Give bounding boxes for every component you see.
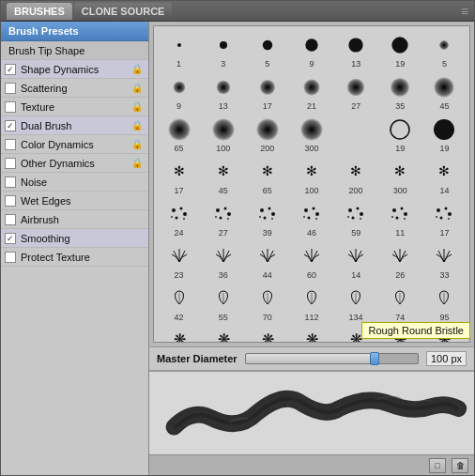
- sidebar-item-other-dynamics[interactable]: Other Dynamics 🔒: [1, 154, 148, 173]
- brush-cell[interactable]: [335, 115, 377, 155]
- brush-cell[interactable]: 112: [290, 284, 332, 324]
- brush-cell[interactable]: ✻100: [290, 157, 332, 197]
- brush-cell[interactable]: 74: [379, 284, 421, 324]
- brush-cell[interactable]: 13: [202, 72, 244, 113]
- brush-cell[interactable]: 26: [379, 241, 421, 282]
- brush-cell[interactable]: 3: [202, 30, 244, 70]
- brush-cell[interactable]: 46: [290, 199, 332, 239]
- brush-cell[interactable]: 134: [335, 284, 377, 324]
- delete-brush-button[interactable]: 🗑: [452, 458, 468, 473]
- brush-cell[interactable]: 23: [158, 241, 200, 282]
- sidebar-item-shape-dynamics[interactable]: ✓ Shape Dynamics 🔒: [1, 60, 148, 79]
- brush-cell[interactable]: 5: [423, 30, 466, 70]
- checkbox-wet-edges[interactable]: [5, 195, 16, 207]
- brush-cell[interactable]: 36: [202, 241, 244, 282]
- brush-cell[interactable]: 19: [423, 115, 466, 155]
- sidebar-item-texture[interactable]: Texture 🔒: [1, 98, 148, 116]
- checkbox-other-dynamics[interactable]: [5, 158, 16, 169]
- sidebar-item-scattering[interactable]: Scattering 🔒: [1, 79, 148, 98]
- brush-cell[interactable]: ❋36: [246, 326, 288, 343]
- brush-cell[interactable]: 33: [423, 241, 466, 282]
- brush-size-label: 5: [265, 59, 269, 69]
- checkbox-protect-texture[interactable]: [5, 252, 16, 263]
- svg-point-37: [215, 216, 217, 218]
- diameter-thumb[interactable]: [370, 352, 379, 365]
- brush-cell[interactable]: ❋33: [335, 326, 377, 343]
- brush-cell[interactable]: 60: [290, 241, 332, 282]
- brush-cell[interactable]: 13: [335, 30, 377, 70]
- brush-cell[interactable]: 59: [335, 199, 377, 239]
- brush-cell[interactable]: ✻200: [335, 157, 377, 197]
- checkbox-airbrush[interactable]: [5, 214, 16, 225]
- brush-preview-icon: [166, 243, 192, 269]
- brush-cell[interactable]: 19: [379, 30, 421, 70]
- sidebar-title[interactable]: Brush Presets: [1, 22, 148, 41]
- checkbox-color-dynamics[interactable]: [5, 139, 16, 150]
- brush-preview-icon: [431, 32, 457, 58]
- brush-cell[interactable]: 35: [379, 72, 421, 113]
- svg-point-6: [439, 40, 449, 50]
- checkbox-texture[interactable]: [5, 101, 16, 113]
- brush-cell[interactable]: 9: [158, 72, 200, 113]
- lock-icon-other-dynamics: 🔒: [131, 158, 143, 168]
- svg-point-30: [175, 217, 177, 220]
- sidebar-item-brush-tip-shape[interactable]: Brush Tip Shape: [1, 41, 148, 60]
- tab-brushes[interactable]: BRUSHES: [7, 3, 72, 20]
- brush-cell[interactable]: 5: [246, 30, 288, 70]
- brush-cell[interactable]: ✻14: [423, 157, 466, 197]
- checkbox-smoothing[interactable]: ✓: [5, 233, 16, 244]
- brush-cell[interactable]: 42: [158, 284, 200, 324]
- brush-cell[interactable]: ❋66: [423, 326, 466, 343]
- brush-cell[interactable]: ✻45: [202, 157, 244, 197]
- svg-text:✻: ✻: [306, 163, 317, 178]
- brush-cell[interactable]: 9: [290, 30, 332, 70]
- brush-cell[interactable]: 300: [290, 115, 332, 155]
- sidebar-item-wet-edges[interactable]: Wet Edges: [1, 192, 148, 210]
- sidebar-label-noise: Noise: [21, 177, 143, 188]
- sidebar-item-protect-texture[interactable]: Protect Texture: [1, 248, 148, 267]
- brush-cell[interactable]: 95: [423, 284, 466, 324]
- brush-cell[interactable]: ❋192: [202, 326, 244, 343]
- brush-cell[interactable]: 17: [246, 72, 288, 113]
- sidebar-item-color-dynamics[interactable]: Color Dynamics 🔒: [1, 135, 148, 154]
- brush-cell[interactable]: ❋63: [379, 326, 421, 343]
- sidebar-item-noise[interactable]: Noise: [1, 173, 148, 192]
- diameter-slider[interactable]: [245, 353, 419, 364]
- brush-cell[interactable]: 21: [290, 72, 332, 113]
- brush-cell[interactable]: ❋29: [158, 326, 200, 343]
- brush-cell[interactable]: 11: [379, 199, 421, 239]
- brush-cell[interactable]: 27: [202, 199, 244, 239]
- tab-clone-source[interactable]: CLONE SOURCE: [74, 3, 173, 20]
- svg-point-46: [312, 207, 314, 210]
- brush-cell[interactable]: ✻65: [246, 157, 288, 197]
- brush-cell[interactable]: 1: [158, 30, 200, 70]
- brush-cell[interactable]: ✻300: [379, 157, 421, 197]
- brush-cell[interactable]: 27: [335, 72, 377, 113]
- brush-cell[interactable]: 70: [246, 284, 288, 324]
- sidebar-item-dual-brush[interactable]: ✓ Dual Brush 🔒: [1, 116, 148, 135]
- sidebar-item-airbrush[interactable]: Airbrush: [1, 210, 148, 229]
- checkbox-shape-dynamics[interactable]: ✓: [5, 64, 16, 75]
- brush-cell[interactable]: 200: [246, 115, 288, 155]
- brush-cell[interactable]: 24: [158, 199, 200, 239]
- brush-cell[interactable]: 19: [379, 115, 421, 155]
- sidebar-item-smoothing[interactable]: ✓ Smoothing: [1, 229, 148, 248]
- brush-cell[interactable]: 14: [335, 241, 377, 282]
- brush-cell[interactable]: 44: [246, 241, 288, 282]
- brush-cell[interactable]: 100: [202, 115, 244, 155]
- brush-cell[interactable]: 45: [423, 72, 466, 113]
- checkbox-noise[interactable]: [5, 177, 16, 188]
- main-area: 1359131959131721273545651002003001919✻17…: [149, 22, 474, 475]
- brush-cell[interactable]: ❋36: [290, 326, 332, 343]
- checkbox-scattering[interactable]: [5, 83, 16, 94]
- new-brush-button[interactable]: □: [429, 458, 446, 473]
- brush-cell[interactable]: 17: [423, 199, 466, 239]
- brush-cell[interactable]: 65: [158, 115, 200, 155]
- brush-cell[interactable]: 39: [246, 199, 288, 239]
- brush-grid[interactable]: 1359131959131721273545651002003001919✻17…: [153, 25, 470, 343]
- brush-cell[interactable]: ✻17: [158, 157, 200, 197]
- brush-size-label: 36: [219, 270, 228, 280]
- brush-size-label: 45: [439, 101, 449, 111]
- checkbox-dual-brush[interactable]: ✓: [5, 120, 16, 131]
- brush-cell[interactable]: 55: [202, 284, 244, 324]
